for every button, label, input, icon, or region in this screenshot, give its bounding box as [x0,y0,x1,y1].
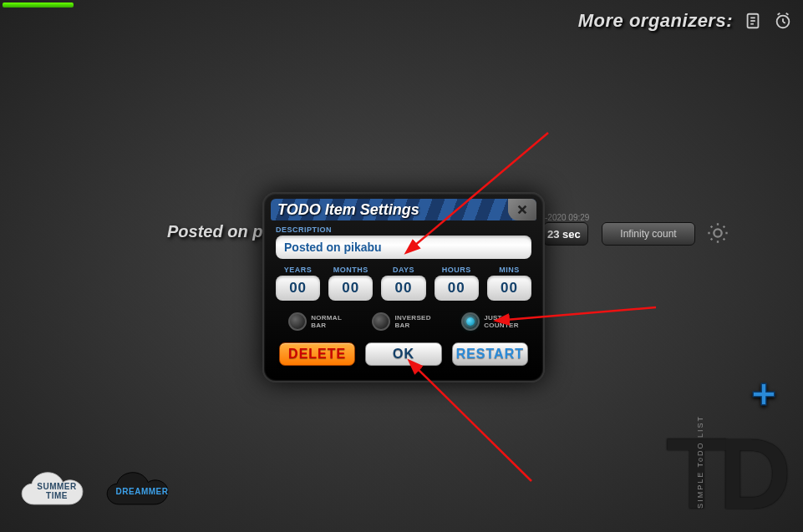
mode-just-label: JUSTCOUNTER [484,314,519,329]
mode-inversed-label: INVERSEDBAR [394,314,430,329]
mode-inversed-bar[interactable]: INVERSEDBAR [372,312,430,331]
radio-icon [461,312,480,331]
bg-task-timestamp: -2020 09:29 [545,213,589,222]
svg-line-8 [786,13,789,15]
document-icon[interactable] [743,11,763,31]
bg-task-seconds: 23 sec [543,222,588,246]
cloud-dreammer[interactable]: DREAMMER [104,470,180,512]
hours-label: HOURS [435,266,479,274]
clock-icon[interactable] [773,11,793,31]
add-button[interactable] [748,378,780,410]
side-caption: SIMPLE ToDO LIST [696,415,704,509]
delete-button[interactable]: DELETE [279,342,355,366]
years-label: YEARS [276,266,320,274]
svg-line-13 [416,367,531,481]
radio-icon [372,312,390,331]
mins-input[interactable] [487,276,531,301]
days-label: DAYS [381,266,425,274]
svg-line-6 [783,22,785,23]
todo-item-settings-dialog: TODO Item Settings DESCRIPTION YEARS MON… [262,192,545,383]
restart-button[interactable]: RESTART [452,342,528,366]
dialog-title: TODO Item Settings [277,201,419,219]
svg-line-7 [778,13,780,15]
radio-icon [288,312,307,331]
mode-just-counter[interactable]: JUSTCOUNTER [461,312,519,331]
ok-button[interactable]: OK [365,342,441,366]
cloud-summer-time[interactable]: SUMMERTIME [18,470,95,512]
cloud-summer-label: SUMMERTIME [18,470,95,512]
cloud-dreammer-label: DREAMMER [104,470,180,512]
description-label: DESCRIPTION [276,225,531,234]
gear-icon[interactable] [704,219,732,247]
td-logo: TD [666,432,783,515]
description-input[interactable] [276,236,531,259]
top-right-toolbar: More organizers: [578,10,793,32]
months-input[interactable] [328,276,373,301]
days-input[interactable] [381,276,425,301]
hours-input[interactable] [435,276,479,301]
months-label: MONTHS [328,266,373,274]
mode-normal-bar[interactable]: NORMALBAR [288,312,342,331]
more-organizers-label: More organizers: [578,10,733,32]
infinity-count-button[interactable]: Infinity count [602,222,695,246]
mode-normal-label: NORMALBAR [311,314,342,329]
close-icon[interactable] [508,199,536,220]
td-logo-block: TD SIMPLE ToDO LIST [699,373,783,515]
mins-label: MINS [487,266,531,274]
years-input[interactable] [276,276,320,301]
dialog-titlebar[interactable]: TODO Item Settings [271,199,536,220]
progress-bar [3,3,74,8]
progress-fill [3,3,74,8]
